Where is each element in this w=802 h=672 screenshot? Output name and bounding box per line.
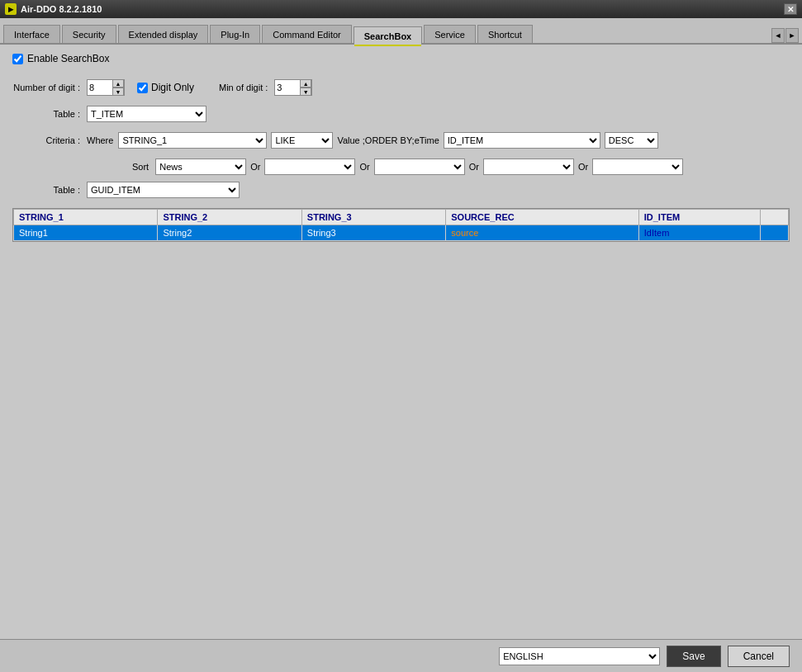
cell-string2: String2 bbox=[158, 225, 301, 241]
cell-id: IdItem bbox=[638, 225, 760, 241]
table1-label: Table : bbox=[12, 109, 87, 119]
criteria-row: Criteria : Where STRING_1 LIKE Value ;OR… bbox=[12, 132, 790, 149]
sort-select-4[interactable] bbox=[483, 159, 574, 175]
tab-interface[interactable]: Interface bbox=[3, 25, 60, 43]
number-of-digit-input[interactable]: 8 bbox=[88, 80, 112, 95]
number-of-digit-spinner[interactable]: 8 ▲ ▼ bbox=[87, 79, 125, 96]
tab-command-editor[interactable]: Command Editor bbox=[262, 25, 352, 43]
sort-select-2[interactable] bbox=[264, 159, 355, 175]
table-row[interactable]: String1 String2 String3 source IdItem bbox=[14, 225, 789, 241]
number-of-digit-spinner-btns: ▲ ▼ bbox=[112, 79, 124, 96]
min-of-digit-spinner[interactable]: 3 ▲ ▼ bbox=[274, 79, 312, 96]
close-button[interactable]: ✕ bbox=[784, 3, 797, 15]
digit-only-wrap: Digit Only bbox=[137, 82, 194, 93]
cell-string3: String3 bbox=[301, 225, 445, 241]
number-of-digit-up[interactable]: ▲ bbox=[112, 79, 124, 88]
criteria-label: Criteria : bbox=[12, 135, 87, 145]
content-area: Enable SearchBox Number of digit : 8 ▲ ▼… bbox=[0, 45, 802, 639]
tab-service[interactable]: Service bbox=[424, 25, 476, 43]
sort-label: Sort bbox=[132, 162, 149, 172]
enable-searchbox-row: Enable SearchBox bbox=[12, 53, 790, 64]
tab-bar: Interface Security Extended display Plug… bbox=[0, 18, 802, 45]
criteria-order-select[interactable]: ID_ITEM bbox=[444, 132, 600, 149]
min-of-digit-input[interactable]: 3 bbox=[275, 80, 300, 95]
cell-string1: String1 bbox=[14, 225, 158, 241]
tab-searchbox[interactable]: SearchBox bbox=[354, 26, 422, 45]
col-header-string3: STRING_3 bbox=[301, 210, 445, 225]
col-header-string2: STRING_2 bbox=[158, 210, 301, 225]
tab-shortcut[interactable]: Shortcut bbox=[477, 25, 533, 43]
min-of-digit-up[interactable]: ▲ bbox=[300, 79, 311, 88]
or-label-2: Or bbox=[359, 162, 369, 172]
min-of-digit-spinner-btns: ▲ ▼ bbox=[300, 79, 311, 96]
tab-plug-in[interactable]: Plug-In bbox=[210, 25, 260, 43]
criteria-like-select[interactable]: LIKE bbox=[271, 132, 333, 149]
tab-nav-buttons: ◄ ► bbox=[771, 28, 799, 43]
table2-select[interactable]: GUID_ITEM bbox=[87, 182, 240, 198]
col-header-source: SOURCE_REC bbox=[446, 210, 638, 225]
criteria-desc-select[interactable]: DESC ASC bbox=[605, 132, 658, 149]
col-header-string1: STRING_1 bbox=[14, 210, 158, 225]
min-of-digit-label: Min of digit : bbox=[219, 83, 268, 92]
or-label-4: Or bbox=[578, 162, 588, 172]
language-select[interactable]: ENGLISH bbox=[499, 647, 660, 665]
or-label-3: Or bbox=[469, 162, 479, 172]
criteria-value-order-text: Value ;ORDER BY;eTime bbox=[337, 135, 439, 145]
title-bar: ▶ Air-DDO 8.2.2.1810 ✕ bbox=[0, 0, 802, 18]
digit-only-checkbox[interactable] bbox=[137, 83, 148, 93]
digit-row: Number of digit : 8 ▲ ▼ Digit Only Min o… bbox=[12, 79, 790, 96]
number-of-digit-label: Number of digit : bbox=[12, 83, 87, 92]
criteria-where-label: Where bbox=[87, 135, 113, 145]
table1-select[interactable]: T_ITEM bbox=[87, 106, 206, 122]
table1-row: Table : T_ITEM bbox=[12, 106, 790, 122]
save-button[interactable]: Save bbox=[667, 646, 720, 667]
tab-next-button[interactable]: ► bbox=[785, 28, 799, 43]
title-bar-title: Air-DDO 8.2.2.1810 bbox=[21, 4, 784, 14]
sort-select-3[interactable] bbox=[374, 159, 465, 175]
table2-label: Table : bbox=[12, 185, 87, 195]
data-table-wrap: STRING_1 STRING_2 STRING_3 SOURCE_REC ID… bbox=[12, 208, 790, 242]
digit-only-label: Digit Only bbox=[151, 82, 194, 93]
app-icon: ▶ bbox=[5, 3, 17, 15]
criteria-where-select[interactable]: STRING_1 bbox=[118, 132, 267, 149]
col-header-extra bbox=[761, 210, 789, 225]
data-table: STRING_1 STRING_2 STRING_3 SOURCE_REC ID… bbox=[13, 209, 789, 241]
or-label-1: Or bbox=[250, 162, 260, 172]
bottom-bar: ENGLISH Save Cancel bbox=[0, 639, 802, 672]
sort-select-5[interactable] bbox=[592, 159, 683, 175]
tab-security[interactable]: Security bbox=[62, 25, 116, 43]
cell-extra bbox=[761, 225, 789, 241]
tab-extended-display[interactable]: Extended display bbox=[118, 25, 209, 43]
number-of-digit-down[interactable]: ▼ bbox=[112, 88, 124, 96]
min-digit-wrap: Min of digit : 3 ▲ ▼ bbox=[219, 79, 312, 96]
min-of-digit-down[interactable]: ▼ bbox=[300, 88, 311, 96]
cancel-button[interactable]: Cancel bbox=[728, 646, 790, 667]
sort-select-1[interactable]: News bbox=[155, 159, 246, 175]
enable-searchbox-checkbox[interactable] bbox=[12, 54, 23, 64]
sort-row: Sort News Or Or Or Or bbox=[132, 159, 790, 175]
table2-row: Table : GUID_ITEM bbox=[12, 182, 790, 198]
col-header-id: ID_ITEM bbox=[638, 210, 760, 225]
tab-prev-button[interactable]: ◄ bbox=[771, 28, 785, 43]
cell-source: source bbox=[446, 225, 638, 241]
enable-searchbox-label: Enable SearchBox bbox=[27, 53, 109, 64]
